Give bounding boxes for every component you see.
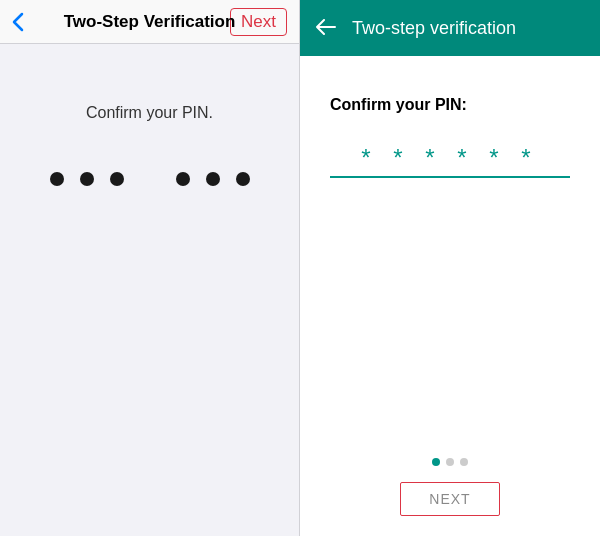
pin-asterisks-right: * * * * * * [330, 144, 570, 178]
right-header: Two-step verification [300, 0, 600, 56]
back-button-right[interactable] [316, 15, 336, 41]
chevron-left-icon [12, 12, 24, 32]
left-panel: Two-Step Verification Next Confirm your … [0, 0, 300, 536]
next-button-right[interactable]: NEXT [400, 482, 499, 516]
page-dot-3 [460, 458, 468, 466]
back-button-left[interactable] [12, 12, 24, 32]
next-button-left[interactable]: Next [230, 8, 287, 36]
left-header: Two-Step Verification Next [0, 0, 299, 44]
pin-dot-1 [50, 172, 64, 186]
pin-dot-5 [206, 172, 220, 186]
page-dot-1 [432, 458, 440, 466]
pin-dot-6 [236, 172, 250, 186]
left-content: Confirm your PIN. [0, 44, 299, 536]
page-dot-2 [446, 458, 454, 466]
arrow-left-icon [316, 19, 336, 35]
pin-dot-4 [176, 172, 190, 186]
right-content: Confirm your PIN: * * * * * * [300, 56, 600, 438]
pin-dot-3 [110, 172, 124, 186]
right-panel: Two-step verification Confirm your PIN: … [300, 0, 600, 536]
right-footer: NEXT [300, 438, 600, 536]
right-confirm-label: Confirm your PIN: [330, 96, 467, 114]
pin-dot-2 [80, 172, 94, 186]
right-header-title: Two-step verification [352, 18, 516, 39]
page-indicators [432, 458, 468, 466]
pin-dots-left [50, 172, 250, 186]
left-header-title: Two-Step Verification [64, 12, 236, 32]
left-confirm-label: Confirm your PIN. [86, 104, 213, 122]
